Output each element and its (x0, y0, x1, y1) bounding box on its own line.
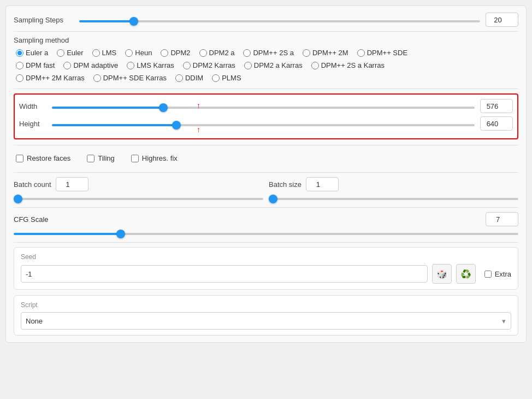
radio-dpm2-a[interactable]: DPM2 a (197, 48, 237, 58)
batch-count-input[interactable]: 1 (56, 177, 88, 191)
batch-size-group: Batch size 1 (269, 177, 518, 202)
radio-dpm-adaptive[interactable]: DPM adaptive (61, 60, 120, 71)
radio-dpm2-a-karras[interactable]: DPM2 a Karras (242, 60, 305, 71)
script-select-wrap: None (21, 312, 511, 330)
extra-checkbox[interactable] (484, 271, 492, 278)
batch-count-group: Batch count 1 (14, 177, 263, 202)
radio-lms[interactable]: LMS (90, 48, 119, 58)
main-panel: Sampling Steps 20 Sampling method Euler … (5, 5, 527, 343)
extra-section: Extra (484, 270, 511, 278)
radio-ddim[interactable]: DDIM (173, 73, 205, 83)
cfg-scale-slider[interactable] (14, 233, 518, 235)
batch-size-label: Batch size (269, 180, 302, 189)
radio-dpmpp-2s-a-karras[interactable]: DPM++ 2S a Karras (309, 60, 387, 71)
radio-euler-a[interactable]: Euler a (14, 48, 50, 58)
radio-dpmpp-2m[interactable]: DPM++ 2M (300, 48, 351, 58)
width-height-section: Width ↑ 576 Height ↑ 640 (14, 93, 518, 139)
radio-euler[interactable]: Euler (55, 48, 85, 58)
radio-plms[interactable]: PLMS (210, 73, 243, 83)
radio-lms-karras[interactable]: LMS Karras (125, 60, 176, 71)
radio-heun[interactable]: Heun (123, 48, 154, 58)
sampling-method-row3: DPM++ 2M Karras DPM++ SDE Karras DDIM PL… (14, 73, 518, 83)
radio-dpmpp-2m-karras[interactable]: DPM++ 2M Karras (14, 73, 87, 83)
sampling-method-section: Sampling method Euler a Euler LMS Heun D… (14, 36, 518, 83)
tiling-checkbox[interactable]: Tiling (87, 154, 115, 162)
batch-size-input[interactable]: 1 (306, 177, 339, 191)
batch-count-slider[interactable] (14, 198, 263, 200)
batch-count-label: Batch count (14, 180, 51, 189)
sampling-method-row1: Euler a Euler LMS Heun DPM2 DPM2 a (14, 48, 518, 58)
radio-dpmpp-sde[interactable]: DPM++ SDE (355, 48, 410, 58)
sampling-steps-label: Sampling Steps (14, 16, 74, 24)
restore-faces-label: Restore faces (27, 154, 70, 162)
height-slider[interactable] (52, 124, 475, 126)
seed-input[interactable]: -1 (21, 265, 428, 283)
radio-dpm2[interactable]: DPM2 (158, 48, 192, 58)
batch-row: Batch count 1 Batch size 1 (14, 177, 518, 202)
highres-fix-label: Highres. fix (142, 154, 178, 162)
width-label: Width (19, 102, 46, 110)
radio-dpmpp-sde-karras[interactable]: DPM++ SDE Karras (91, 73, 169, 83)
script-select[interactable]: None (21, 312, 511, 330)
cfg-scale-input[interactable]: 7 (486, 212, 518, 226)
height-input[interactable]: 640 (480, 116, 513, 131)
width-row: Width ↑ 576 (19, 99, 513, 113)
radio-dpm-fast[interactable]: DPM fast (14, 60, 57, 71)
radio-dpm2-karras[interactable]: DPM2 Karras (181, 60, 238, 71)
sampling-steps-slider[interactable] (79, 20, 480, 22)
tiling-label: Tiling (98, 154, 115, 162)
seed-recycle-button[interactable]: ♻️ (456, 264, 476, 284)
checkboxes-row: Restore faces Tiling Highres. fix (14, 150, 518, 167)
cfg-scale-label: CFG Scale (14, 215, 49, 224)
radio-dpmpp-2s-a[interactable]: DPM++ 2S a (241, 48, 295, 58)
cfg-scale-section: CFG Scale 7 (14, 212, 518, 237)
width-slider[interactable] (52, 107, 475, 109)
sampling-method-row2: DPM fast DPM adaptive LMS Karras DPM2 Ka… (14, 60, 518, 71)
sampling-steps-input[interactable]: 20 (486, 13, 518, 27)
extra-label: Extra (495, 270, 511, 278)
script-section: Script None (14, 295, 518, 336)
batch-size-slider[interactable] (269, 198, 518, 200)
seed-section: Seed -1 🎲 ♻️ Extra (14, 247, 518, 290)
sampling-method-label: Sampling method (14, 36, 518, 44)
restore-faces-checkbox[interactable]: Restore faces (16, 154, 70, 162)
seed-dice-button[interactable]: 🎲 (432, 264, 452, 284)
width-input[interactable]: 576 (480, 99, 513, 113)
script-label: Script (21, 301, 511, 309)
sampling-steps-row: Sampling Steps 20 (14, 13, 518, 27)
highres-fix-checkbox[interactable]: Highres. fix (131, 154, 178, 162)
height-row: Height ↑ 640 (19, 116, 513, 131)
seed-label: Seed (21, 253, 511, 261)
height-label: Height (19, 120, 46, 128)
sampling-steps-slider-container (79, 16, 480, 24)
